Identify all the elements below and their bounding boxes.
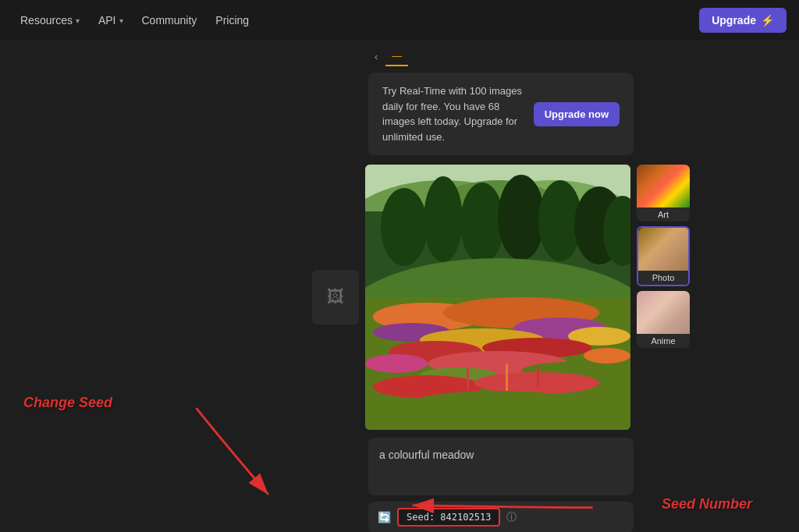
upgrade-icon: ⚡: [761, 14, 774, 27]
image-upload-placeholder[interactable]: 🖼: [312, 270, 359, 325]
style-photo-thumb[interactable]: Photo: [637, 226, 690, 286]
tab-bar: ‹ —: [368, 47, 634, 66]
svg-rect-31: [506, 364, 508, 391]
svg-point-6: [424, 176, 463, 262]
svg-point-8: [498, 175, 545, 261]
style-art-thumb[interactable]: Art: [637, 165, 690, 222]
photo-thumb-label: Photo: [638, 271, 688, 285]
navbar: Resources ▾ API ▾ Community Pricing Upgr…: [0, 0, 799, 41]
resources-chevron-icon: ▾: [76, 16, 80, 25]
svg-point-24: [584, 348, 630, 364]
svg-rect-32: [537, 366, 539, 388]
main-content: ‹ — Try Real-Time with 100 images daily …: [0, 41, 799, 532]
seed-info-icon[interactable]: ⓘ: [506, 510, 517, 524]
nav-item-pricing[interactable]: Pricing: [208, 9, 257, 31]
api-label: API: [98, 14, 116, 27]
community-label: Community: [142, 14, 197, 27]
nav-item-resources[interactable]: Resources ▾: [12, 9, 87, 31]
anime-thumb-label: Anime: [637, 334, 690, 348]
upgrade-banner: Try Real-Time with 100 images daily for …: [368, 73, 634, 155]
upgrade-button[interactable]: Upgrade ⚡: [699, 8, 787, 33]
svg-point-5: [381, 188, 428, 266]
upgrade-now-button[interactable]: Upgrade now: [534, 102, 620, 126]
style-thumbnails: Art Photo Anime: [637, 165, 690, 348]
seed-refresh-icon[interactable]: 🔄: [378, 511, 391, 523]
prompt-area: a colourful meadow: [368, 438, 634, 495]
art-thumb-image: [637, 165, 690, 207]
image-placeholder-icon: 🖼: [327, 287, 344, 307]
anime-thumb-image: [637, 291, 690, 334]
resources-label: Resources: [20, 14, 73, 27]
banner-text: Try Real-Time with 100 images daily for …: [382, 83, 524, 144]
image-area: 🖼: [312, 165, 690, 430]
svg-rect-30: [467, 367, 469, 391]
nav-item-community[interactable]: Community: [134, 9, 205, 31]
svg-point-22: [365, 354, 428, 373]
center-panel: ‹ — Try Real-Time with 100 images daily …: [203, 41, 799, 532]
meadow-svg: [365, 165, 630, 430]
seed-row: 🔄 Seed: 842102513 ⓘ: [368, 502, 634, 532]
api-chevron-icon: ▾: [119, 16, 123, 25]
navbar-left: Resources ▾ API ▾ Community Pricing: [12, 9, 257, 31]
art-thumb-label: Art: [637, 207, 690, 222]
prompt-text: a colourful meadow: [379, 447, 623, 486]
main-generated-image: [365, 165, 630, 430]
svg-point-29: [404, 391, 591, 422]
tab-left-arrow[interactable]: ‹: [368, 48, 384, 66]
upgrade-label: Upgrade: [712, 14, 756, 27]
tab-active[interactable]: —: [385, 47, 408, 66]
pricing-label: Pricing: [215, 14, 249, 27]
app-container: Resources ▾ API ▾ Community Pricing Upgr…: [0, 0, 799, 532]
navbar-right: Upgrade ⚡: [699, 8, 787, 33]
photo-thumb-image: [638, 228, 690, 271]
style-anime-thumb[interactable]: Anime: [637, 291, 690, 348]
nav-item-api[interactable]: API ▾: [91, 9, 131, 31]
svg-point-7: [460, 183, 504, 264]
seed-value-badge[interactable]: Seed: 842102513: [397, 508, 500, 527]
left-sidebar: [0, 41, 203, 532]
